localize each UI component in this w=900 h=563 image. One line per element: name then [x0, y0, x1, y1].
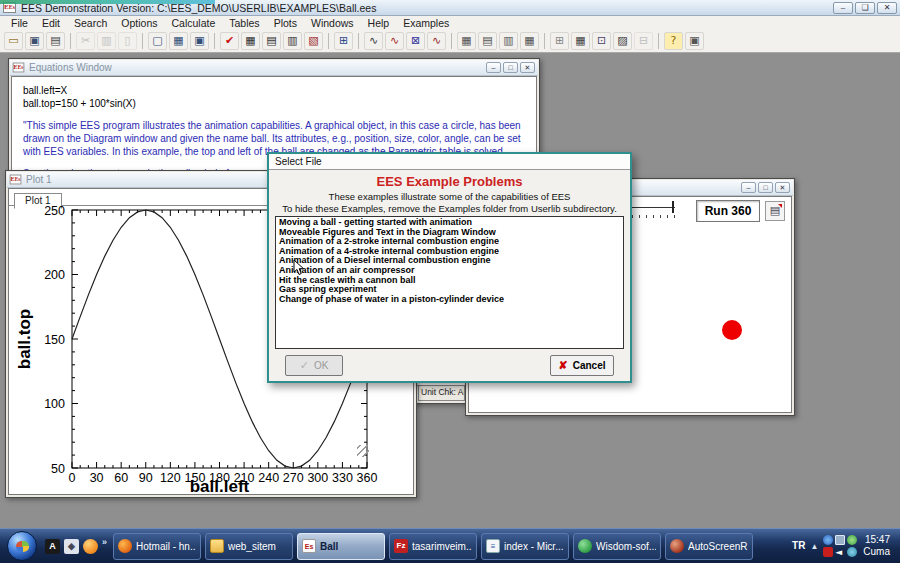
copy-diagram-icon[interactable]: ▤ [765, 201, 785, 221]
help-button[interactable]: ? [664, 32, 683, 50]
animated-ball[interactable] [722, 320, 742, 340]
quick-launch-chevron[interactable]: » [102, 537, 107, 547]
integrals-table-button[interactable]: ▦ [520, 32, 539, 50]
overlay-plot-button[interactable]: ∿ [385, 32, 404, 50]
minimize-button[interactable]: – [833, 2, 853, 14]
eq-close-button[interactable]: ✕ [520, 62, 535, 73]
menu-help[interactable]: Help [361, 17, 397, 29]
menu-tables[interactable]: Tables [222, 17, 266, 29]
equations-window-title: Equations Window [29, 62, 112, 73]
arrays-table-button[interactable]: ▥ [499, 32, 518, 50]
copy-button[interactable]: ▥ [97, 32, 116, 50]
menu-search[interactable]: Search [67, 17, 114, 29]
taskbar-button-tasarimveim-[interactable]: Fztasarimveim... [389, 533, 477, 560]
modify-plot-button[interactable]: ⊠ [406, 32, 425, 50]
diagram-maximize-button[interactable]: □ [758, 182, 773, 193]
taskbar-button-autoscreenr-[interactable]: AutoScreenR... [665, 533, 753, 560]
cut-button[interactable]: ✂ [76, 32, 95, 50]
y-tick-label: 200 [44, 268, 65, 282]
mouse-cursor [293, 259, 305, 276]
merge-tables-button[interactable]: ⊞ [550, 32, 569, 50]
menu-calculate[interactable]: Calculate [164, 17, 222, 29]
diagram-window-button[interactable]: ▨ [613, 32, 632, 50]
menu-options[interactable]: Options [114, 17, 164, 29]
taskbar: A ◈ » Hotmail - hn...web_sitemEsBallFzta… [0, 528, 900, 563]
eq-minimize-button[interactable]: – [486, 62, 501, 73]
min-max-button[interactable]: ▤ [262, 32, 281, 50]
y-tick-label: 100 [44, 397, 65, 411]
ees-icon: Es [302, 539, 316, 553]
formatted-equations-button[interactable]: ▦ [169, 32, 188, 50]
equations-window-button[interactable]: ▢ [148, 32, 167, 50]
autoscreen-icon [670, 539, 684, 553]
taskbar-button-web-sitem[interactable]: web_sitem [205, 533, 293, 560]
quick-launch-app-a-icon[interactable]: A [45, 539, 60, 554]
parametric-table-button[interactable]: ⊞ [334, 32, 353, 50]
example-list[interactable]: Moving a ball - getting started with ani… [275, 216, 624, 349]
system-tray: TR ▲ ◄ 15:47 Cuma [792, 534, 900, 558]
restore-button[interactable]: ❏ [855, 2, 875, 14]
solve-table-button[interactable]: ▦ [241, 32, 260, 50]
plot-resize-grip[interactable] [357, 445, 369, 457]
toolbar-separator [658, 33, 659, 49]
volume-icon[interactable]: ◄ [835, 547, 845, 557]
new-lookup-table-button[interactable]: ▤ [478, 32, 497, 50]
display-icon[interactable] [835, 535, 845, 545]
x-tick-label: 0 [69, 471, 76, 485]
clear-button[interactable]: ⊟ [634, 32, 653, 50]
menu-plots[interactable]: Plots [267, 17, 304, 29]
ees-icon: EEs [13, 63, 25, 73]
windows-logo-icon [16, 541, 29, 552]
table-properties-button[interactable]: ▦ [571, 32, 590, 50]
update-icon[interactable] [847, 535, 857, 545]
messenger-icon[interactable] [847, 547, 857, 557]
quick-launch-shield-icon[interactable]: ◈ [64, 539, 79, 554]
animation-slider-handle[interactable] [672, 201, 674, 213]
paste-button[interactable]: ▯ [118, 32, 137, 50]
new-parametric-table-button[interactable]: ▦ [457, 32, 476, 50]
cancel-button[interactable]: ✘ Cancel [550, 355, 614, 376]
language-indicator[interactable]: TR [792, 540, 805, 552]
open-file-button[interactable]: ▭ [4, 32, 23, 50]
network-icon[interactable] [823, 535, 833, 545]
example-list-item[interactable]: Change of phase of water in a piston-cyl… [276, 295, 623, 305]
main-window-controls: – ❏ ✕ [833, 2, 897, 14]
taskbar-button-label: Hotmail - hn... [136, 541, 196, 552]
desktop: EEs EES Demonstration Version: C:\EES_DE… [0, 0, 900, 563]
folder-icon [210, 539, 224, 553]
new-plot-button[interactable]: ∿ [364, 32, 383, 50]
diagram-close-button[interactable]: ✕ [775, 182, 790, 193]
video-artifact-stripe [0, 0, 215, 4]
property-plot-button[interactable]: ∿ [427, 32, 446, 50]
diagram-minimize-button[interactable]: – [741, 182, 756, 193]
check-units-button[interactable]: ▧ [304, 32, 323, 50]
ati-icon[interactable] [823, 547, 833, 557]
taskbar-button-ball[interactable]: EsBall [297, 533, 385, 560]
examples-button[interactable]: ▣ [685, 32, 704, 50]
taskbar-button-wisdom-sof-[interactable]: Wisdom-sof... [573, 533, 661, 560]
update-guesses-button[interactable]: ▥ [283, 32, 302, 50]
print-button[interactable]: ▤ [46, 32, 65, 50]
start-button[interactable] [7, 531, 37, 561]
solution-window-button[interactable]: ▣ [190, 32, 209, 50]
run-button[interactable]: Run 360 [696, 200, 760, 222]
quick-launch-orange-icon[interactable] [83, 539, 98, 554]
menu-windows[interactable]: Windows [304, 17, 361, 29]
menu-examples[interactable]: Examples [396, 17, 456, 29]
clock[interactable]: 15:47 Cuma [863, 534, 894, 558]
save-button[interactable]: ▣ [25, 32, 44, 50]
tray-expand-icon[interactable]: ▲ [810, 542, 818, 551]
x-tick-label: 90 [139, 471, 153, 485]
taskbar-button-hotmail-hn-[interactable]: Hotmail - hn... [113, 533, 201, 560]
menu-edit[interactable]: Edit [35, 17, 67, 29]
dialog-titlebar[interactable]: Select File [269, 154, 630, 170]
close-button[interactable]: ✕ [877, 2, 897, 14]
clock-day: Cuma [863, 546, 890, 558]
report-window-button[interactable]: ⊡ [592, 32, 611, 50]
eq-maximize-button[interactable]: □ [503, 62, 518, 73]
menu-file[interactable]: File [4, 17, 35, 29]
equations-titlebar[interactable]: EEs Equations Window – □ ✕ [10, 60, 538, 76]
solve-button[interactable]: ✔ [220, 32, 239, 50]
ok-button[interactable]: ✓ OK [285, 355, 343, 376]
taskbar-button-index-micr-[interactable]: ≡index - Micr... [481, 533, 569, 560]
